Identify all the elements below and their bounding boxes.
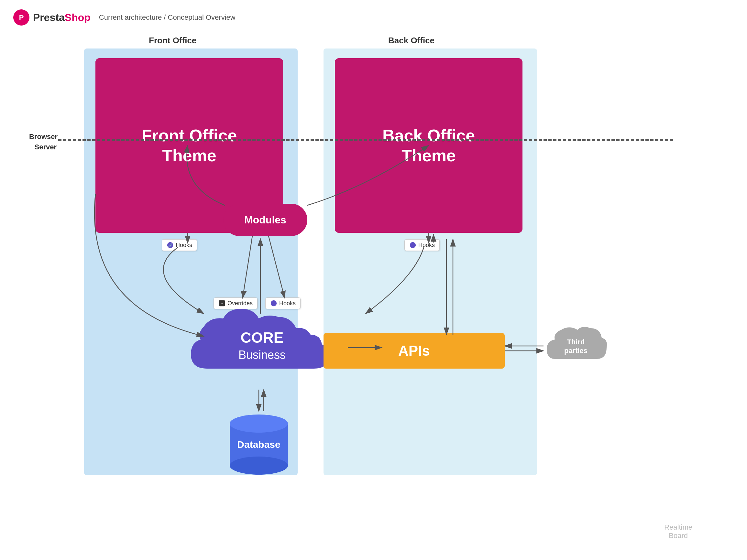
header: P PrestaShop Current architecture / Conc…: [13, 9, 235, 26]
apis-box: APIs: [324, 333, 505, 369]
diagram: Front Office Back Office Front OfficeThe…: [58, 32, 699, 543]
svg-text:🔗: 🔗: [168, 243, 173, 247]
svg-text:CORE: CORE: [241, 329, 284, 346]
logo-pre: Presta: [33, 11, 65, 23]
hooks-icon-back: [409, 242, 416, 249]
server-label: Server: [29, 143, 57, 151]
svg-text:Business: Business: [238, 348, 286, 362]
svg-text:P: P: [19, 14, 24, 22]
logo-shop: Shop: [65, 11, 91, 23]
third-parties-cloud: Third parties: [543, 323, 608, 372]
modules-box: Modules: [223, 204, 307, 236]
browser-server-line: [58, 139, 673, 141]
svg-point-11: [230, 415, 288, 433]
database-svg: Database: [223, 410, 294, 475]
logo-area: P PrestaShop: [13, 9, 91, 26]
header-subtitle: Current architecture / Conceptual Overvi…: [99, 13, 235, 22]
svg-point-12: [230, 456, 288, 475]
logo-text: PrestaShop: [33, 11, 91, 24]
back-office-label: Back Office: [388, 35, 435, 46]
watermark: RealtimeBoard: [664, 523, 692, 540]
database-box: Database: [223, 410, 294, 475]
svg-text:parties: parties: [564, 347, 588, 355]
svg-point-4: [410, 242, 416, 248]
hooks-tag-front: 🔗 Hooks: [162, 239, 197, 251]
svg-text:Third: Third: [567, 338, 585, 346]
prestashop-logo-icon: P: [13, 9, 30, 26]
front-office-label: Front Office: [149, 35, 197, 46]
browser-label: Browser: [29, 133, 57, 141]
hooks-tag-back: Hooks: [404, 239, 440, 251]
back-office-theme-box: Back OfficeTheme: [335, 58, 522, 233]
svg-text:Database: Database: [237, 439, 280, 450]
third-parties-svg: Third parties: [543, 323, 608, 372]
hooks-icon-front: 🔗: [166, 242, 174, 249]
